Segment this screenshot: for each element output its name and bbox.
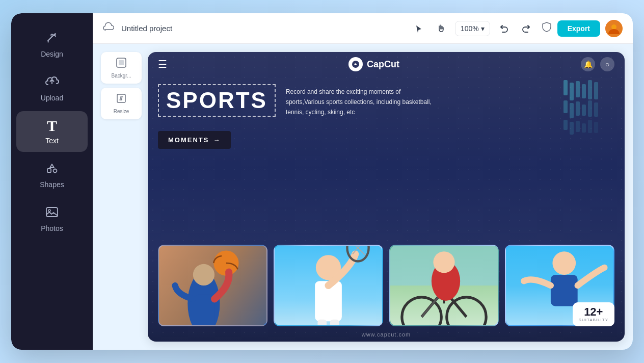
sidebar-item-photos-label: Photos (41, 224, 63, 232)
project-title: Untitled project (121, 24, 404, 33)
suitability-label: SUITABILITY (579, 318, 608, 322)
svg-rect-12 (576, 81, 580, 97)
background-icon (116, 57, 127, 71)
sports-title-box[interactable]: SPORTS (158, 84, 276, 117)
svg-rect-21 (594, 102, 598, 117)
sidebar-item-design[interactable]: Design (16, 23, 88, 65)
moments-label: MOMENTS (168, 136, 209, 144)
sidebar-item-shapes-label: Shapes (40, 180, 64, 189)
canvas-bottom-url: www.capcut.com (148, 331, 625, 338)
moments-button[interactable]: MOMENTS → (158, 131, 231, 149)
svg-rect-13 (582, 84, 586, 98)
svg-rect-55 (551, 275, 578, 306)
photo-grid (158, 245, 614, 326)
avatar[interactable] (605, 20, 623, 37)
resize-label: Resize (114, 109, 129, 114)
svg-rect-1 (47, 169, 51, 172)
svg-point-32 (193, 264, 214, 286)
canvas-area[interactable]: ☰ CapCut 🔔 ○ (148, 52, 625, 342)
svg-rect-8 (119, 60, 124, 65)
profile-circle: ○ (600, 57, 614, 71)
select-tool-button[interactable] (410, 20, 427, 37)
svg-rect-18 (576, 101, 580, 116)
moments-arrow-icon: → (213, 136, 221, 144)
decorative-grid (564, 80, 609, 146)
svg-rect-26 (588, 120, 592, 133)
zoom-selector[interactable]: 100% ▾ (455, 21, 490, 36)
export-button[interactable]: Export (557, 20, 600, 37)
svg-point-4 (48, 210, 50, 212)
panel-item-resize[interactable]: Resize (101, 88, 142, 119)
sidebar-item-shapes[interactable]: Shapes (16, 154, 88, 196)
sports-description: Record and share the exciting moments of… (286, 80, 439, 117)
sports-section: SPORTS Record and share the exciting mom… (158, 80, 614, 117)
svg-point-6 (611, 24, 616, 30)
left-panel: Backgr... Resize (101, 52, 142, 342)
svg-rect-27 (594, 122, 598, 133)
svg-point-2 (53, 169, 57, 173)
photos-icon (45, 205, 59, 221)
background-label: Backgr... (112, 73, 131, 79)
svg-rect-14 (588, 80, 592, 99)
svg-rect-17 (570, 103, 574, 118)
sidebar-item-text[interactable]: T Text (16, 111, 88, 152)
svg-rect-16 (564, 100, 568, 113)
app-container: Design Upload T Text Shapes (11, 13, 633, 350)
svg-rect-23 (570, 122, 574, 135)
suitability-number: 12+ (579, 306, 608, 318)
hand-tool-button[interactable] (433, 20, 450, 37)
photo-card-tennis[interactable] (274, 245, 383, 326)
panel-item-background[interactable]: Backgr... (101, 52, 142, 84)
topbar-tools: 100% ▾ (410, 20, 535, 37)
svg-rect-20 (588, 100, 592, 117)
shapes-icon (45, 161, 59, 177)
svg-point-0 (51, 34, 53, 36)
photo-card-basketball[interactable] (158, 245, 267, 326)
canvas-menu-icon: ☰ (158, 58, 167, 70)
zoom-level: 100% (461, 24, 479, 33)
svg-rect-51 (437, 273, 453, 286)
resize-icon (116, 93, 127, 107)
notification-icon: 🔔 (581, 57, 595, 71)
svg-rect-22 (564, 120, 568, 130)
svg-rect-19 (582, 105, 586, 116)
svg-rect-11 (570, 83, 574, 100)
suitability-badge: 12+ SUITABILITY (573, 302, 614, 326)
shield-icon (541, 21, 552, 35)
sports-title: SPORTS (166, 88, 267, 113)
sidebar-item-text-label: Text (45, 137, 59, 145)
canvas-action-icons: 🔔 ○ (581, 57, 614, 71)
svg-point-50 (433, 251, 454, 273)
sidebar-item-upload-label: Upload (41, 94, 63, 102)
sidebar-item-design-label: Design (41, 50, 63, 58)
sidebar-item-upload[interactable]: Upload (16, 67, 88, 109)
svg-rect-40 (330, 320, 339, 325)
svg-rect-3 (46, 208, 58, 217)
capcut-logo-icon (348, 57, 363, 71)
undo-button[interactable] (495, 20, 513, 37)
text-icon: T (47, 118, 57, 134)
topbar: Untitled project 100% ▾ (93, 13, 633, 44)
cloud-icon (103, 21, 115, 36)
chevron-down-icon: ▾ (481, 24, 485, 33)
sidebar-item-photos[interactable]: Photos (16, 198, 88, 240)
canvas-logo: CapCut (348, 57, 399, 71)
svg-rect-25 (582, 123, 586, 133)
capcut-logo-text: CapCut (367, 59, 399, 70)
svg-rect-9 (117, 94, 125, 102)
svg-rect-24 (576, 121, 580, 132)
upload-icon (45, 74, 59, 91)
photo-card-cycling[interactable] (389, 245, 499, 326)
svg-rect-39 (317, 320, 327, 325)
design-icon (45, 31, 59, 47)
svg-point-54 (552, 251, 576, 275)
main-area: Untitled project 100% ▾ (93, 13, 633, 350)
canvas-content: ☰ CapCut 🔔 ○ (148, 52, 625, 342)
redo-button[interactable] (518, 20, 535, 37)
canvas-topbar: ☰ CapCut 🔔 ○ (148, 52, 625, 76)
svg-rect-10 (564, 80, 568, 95)
content-area: Backgr... Resize (93, 44, 633, 350)
sidebar: Design Upload T Text Shapes (11, 13, 93, 350)
topbar-right: Export (541, 20, 623, 37)
svg-rect-15 (594, 82, 598, 99)
